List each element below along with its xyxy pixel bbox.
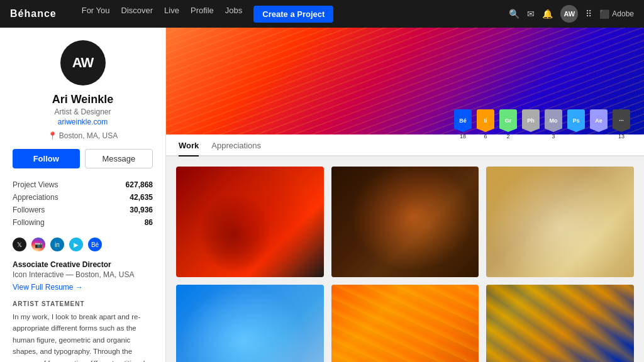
adobe-logo-icon: ⬛ xyxy=(599,9,609,19)
badge-icon-illustrator: Ii xyxy=(477,109,494,132)
artist-statement-label: ARTIST STATEMENT xyxy=(13,300,153,307)
instagram-icon[interactable]: 📷 xyxy=(31,238,45,251)
brand-logo[interactable]: Béhance xyxy=(10,8,57,19)
stat-value-appreciations: 42,635 xyxy=(130,193,153,202)
nav-profile[interactable]: Profile xyxy=(191,6,214,23)
adobe-badge: ⬛ Adobe xyxy=(599,9,634,19)
badge-icon-gr: Gr xyxy=(499,109,517,132)
project-card-4[interactable] xyxy=(176,285,324,362)
avatar[interactable]: AW xyxy=(560,5,578,23)
artist-statement-text: In my work, I look to break apart and re… xyxy=(13,311,153,362)
badge-behance[interactable]: Bé 18 xyxy=(453,109,473,140)
sidebar: AW Ari Weinkle Artist & Designer ariwein… xyxy=(0,28,166,362)
stat-value-following: 86 xyxy=(145,218,153,227)
profile-title: Artist & Designer xyxy=(13,107,153,116)
mail-icon[interactable]: ✉ xyxy=(527,9,535,19)
create-project-button[interactable]: Create a Project xyxy=(253,6,333,23)
badge-icon-behance: Bé xyxy=(454,109,472,132)
main-content: Bé 18 Ii 6 Gr 2 Ph Mo 3 Ps xyxy=(166,28,644,362)
badge-ae[interactable]: Ae xyxy=(589,109,609,140)
behance-icon[interactable]: Bé xyxy=(88,238,102,251)
job-company: Icon Interactive — Boston, MA, USA xyxy=(13,270,153,279)
stat-following: Following 86 xyxy=(13,216,153,229)
vimeo-icon[interactable]: ▶ xyxy=(69,238,83,251)
badge-mo[interactable]: Mo 3 xyxy=(543,109,564,140)
profile-name: Ari Weinkle xyxy=(13,93,153,106)
location-pin-icon: 📍 xyxy=(48,131,57,140)
profile-avatar: AW xyxy=(60,40,106,85)
linkedin-icon[interactable]: in xyxy=(50,238,64,251)
stat-label-following: Following xyxy=(13,218,45,227)
stats-table: Project Views 627,868 Appreciations 42,6… xyxy=(13,178,153,229)
nav-for-you[interactable]: For You xyxy=(82,6,110,23)
navbar: Béhance For You Discover Live Profile Jo… xyxy=(0,0,644,28)
badge-icon-more: ··· xyxy=(613,109,630,132)
nav-links: For You Discover Live Profile Jobs Creat… xyxy=(82,6,497,23)
badge-count-mo: 3 xyxy=(552,133,555,140)
badge-count-behance: 18 xyxy=(460,133,466,140)
grid-icon[interactable]: ⠿ xyxy=(586,9,592,19)
nav-right: 🔍 ✉ 🔔 AW ⠿ ⬛ Adobe xyxy=(509,5,634,23)
badge-more[interactable]: ··· 13 xyxy=(611,109,631,140)
badge-illustrator[interactable]: Ii 6 xyxy=(475,109,496,140)
project-card-5[interactable] xyxy=(331,285,479,362)
badge-ph[interactable]: Ph xyxy=(521,109,541,140)
stat-label-appreciations: Appreciations xyxy=(13,193,58,202)
stat-followers: Followers 30,936 xyxy=(13,204,153,216)
badge-icon-ph: Ph xyxy=(522,109,540,132)
tab-appreciations[interactable]: Appreciations xyxy=(211,134,261,156)
adobe-label: Adobe xyxy=(612,9,634,18)
job-title: Associate Creative Director xyxy=(13,260,153,269)
search-icon[interactable]: 🔍 xyxy=(509,9,519,19)
badge-icon-ps: Ps xyxy=(567,109,585,132)
project-card-1[interactable] xyxy=(176,167,324,277)
action-buttons: Follow Message xyxy=(13,149,153,168)
follow-button[interactable]: Follow xyxy=(13,149,80,168)
badge-count-more: 13 xyxy=(618,133,625,140)
project-card-3[interactable] xyxy=(486,167,634,277)
tab-work[interactable]: Work xyxy=(179,134,199,156)
stat-label-followers: Followers xyxy=(13,206,45,214)
nav-jobs[interactable]: Jobs xyxy=(225,6,242,23)
badges-bar: Bé 18 Ii 6 Gr 2 Ph Mo 3 Ps xyxy=(453,109,631,140)
project-card-6[interactable] xyxy=(486,285,634,362)
projects-grid xyxy=(166,156,644,362)
badge-count-gr: 2 xyxy=(506,133,509,140)
profile-location: 📍 Boston, MA, USA xyxy=(13,131,153,140)
view-resume-link[interactable]: View Full Resume → xyxy=(13,283,153,292)
stat-project-views: Project Views 627,868 xyxy=(13,178,153,191)
page-container: AW Ari Weinkle Artist & Designer ariwein… xyxy=(0,28,644,362)
stat-value-views: 627,868 xyxy=(126,180,153,189)
social-icons: 𝕏 📷 in ▶ Bé xyxy=(13,238,153,251)
badge-count-illustrator: 6 xyxy=(484,133,487,140)
stat-value-followers: 30,936 xyxy=(130,206,153,214)
badge-gr[interactable]: Gr 2 xyxy=(498,109,518,140)
badge-ps[interactable]: Ps xyxy=(566,109,586,140)
stat-appreciations: Appreciations 42,635 xyxy=(13,191,153,204)
project-card-2[interactable] xyxy=(331,167,479,277)
twitter-icon[interactable]: 𝕏 xyxy=(13,238,26,251)
badge-icon-ae: Ae xyxy=(590,109,608,132)
nav-live[interactable]: Live xyxy=(164,6,179,23)
badge-icon-mo: Mo xyxy=(545,109,562,132)
stat-label-views: Project Views xyxy=(13,180,58,189)
bell-icon[interactable]: 🔔 xyxy=(542,9,553,19)
message-button[interactable]: Message xyxy=(85,149,153,168)
profile-website-link[interactable]: ariweinkle.com xyxy=(13,118,153,126)
nav-discover[interactable]: Discover xyxy=(121,6,153,23)
